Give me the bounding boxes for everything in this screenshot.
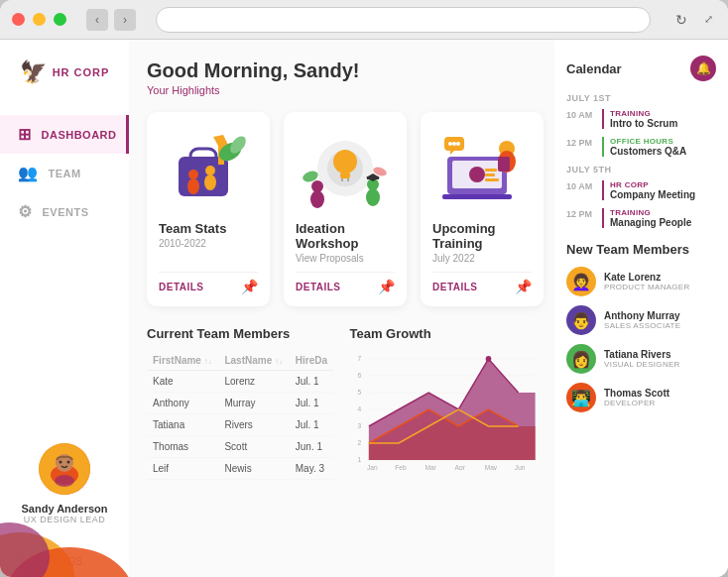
avatar	[39, 443, 90, 495]
event-name: Customers Q&A	[610, 146, 686, 157]
event-type: HR CORP	[610, 180, 695, 189]
svg-text:1: 1	[357, 456, 361, 463]
sort-icon-lastname[interactable]: ↑↓	[275, 357, 283, 366]
event-content: OFFICE HOURSCustomers Q&A	[602, 137, 686, 157]
members-list: 👩‍🦱Kate LorenzPRODUCT MANAGER👨Anthony Mu…	[566, 267, 716, 412]
member-item: 👩Tatiana RiversVISUAL DESIGNER	[566, 344, 716, 374]
main-content: Good Morning, Sandy! Your Highlights	[129, 40, 554, 577]
right-panel: Calendar 🔔 JULY 1ST10 AMTRAININGIntro to…	[554, 40, 728, 577]
col-hiredate: HireDa	[290, 351, 334, 371]
sidebar-item-dashboard[interactable]: ⊞ DASHBOARD	[0, 115, 129, 154]
team-stats-card: Team Stats 2010-2022 DETAILS 📌	[147, 112, 270, 306]
event-name: Intro to Scrum	[610, 118, 677, 129]
user-section: Sandy Anderson UX DESIGN LEAD	[10, 431, 120, 536]
event-content: HR CORPCompany Meeting	[602, 180, 695, 200]
settings-icon: ⚙	[18, 556, 27, 567]
settings-button[interactable]: ⚙ SETTINGS	[0, 546, 129, 577]
card-sub-ideation: View Proposals	[296, 253, 395, 264]
svg-text:May: May	[484, 464, 497, 470]
svg-marker-44	[450, 151, 454, 155]
details-btn-ideation[interactable]: DETAILS	[296, 282, 341, 292]
calendar-date-label: JULY 5TH	[566, 165, 716, 174]
highlight-label: Your Highlights	[147, 84, 537, 96]
member-avatar: 👨‍💻	[566, 383, 596, 412]
event-name: Company Meeting	[610, 189, 695, 200]
member-role: DEVELOPER	[604, 399, 669, 407]
team-label: TEAM	[49, 168, 81, 179]
svg-rect-37	[485, 169, 497, 172]
logo-icon: 🦅	[20, 59, 47, 85]
svg-rect-35	[442, 194, 512, 199]
dashboard-label: DASHBOARD	[42, 129, 117, 141]
sort-icon-firstname[interactable]: ↑↓	[204, 357, 212, 366]
close-button[interactable]	[12, 13, 25, 26]
logo: 🦅 HR CORP	[20, 59, 110, 85]
details-btn-training[interactable]: DETAILS	[432, 282, 478, 292]
event-time: 10 AM	[566, 180, 594, 200]
sidebar-item-team[interactable]: 👥 TEAM	[0, 154, 129, 192]
svg-point-14	[187, 178, 199, 194]
maximize-button[interactable]	[54, 13, 66, 26]
member-role: SALES ASSOCIATE	[604, 321, 680, 330]
member-role: PRODUCT MANAGER	[604, 283, 690, 291]
pin-icon-ideation: 📌	[378, 279, 395, 294]
member-info: Anthony MurraySALES ASSOCIATE	[604, 310, 680, 330]
svg-point-36	[469, 167, 485, 182]
team-table-section: Current Team Members FirstName ↑↓ LastNa…	[147, 326, 334, 480]
col-lastname: LastName ↑↓	[218, 351, 289, 371]
user-name: Sandy Anderson	[22, 503, 108, 515]
address-bar[interactable]	[156, 7, 651, 33]
svg-point-65	[485, 356, 491, 362]
svg-rect-38	[485, 173, 495, 176]
calendar-date-label: JULY 1ST	[566, 93, 716, 103]
table-row: ThomasScottJun. 1	[147, 436, 334, 458]
member-avatar: 👨	[566, 305, 596, 335]
minimize-button[interactable]	[33, 13, 46, 26]
member-avatar: 👩	[566, 344, 596, 374]
svg-rect-39	[485, 178, 499, 181]
event-time: 12 PM	[566, 208, 594, 228]
back-button[interactable]: ‹	[86, 9, 108, 31]
ideation-image	[296, 124, 395, 213]
svg-rect-42	[498, 157, 510, 172]
details-btn-teamstats[interactable]: DETAILS	[159, 282, 204, 292]
table-row: KateLorenzJul. 1	[147, 371, 334, 393]
member-item: 👨‍💻Thomas ScottDEVELOPER	[566, 383, 716, 412]
refresh-button[interactable]: ↻	[670, 9, 692, 31]
app-window: ‹ › ↻ ⤢ 🦅 HR CORP ⊞ DASHBOARD 👥	[0, 0, 728, 577]
card-footer-training: DETAILS 📌	[432, 272, 532, 294]
event-content: TRAININGManaging People	[602, 208, 691, 228]
svg-text:Feb: Feb	[395, 464, 407, 470]
svg-text:4: 4	[357, 405, 361, 412]
calendar-event: 12 PMTRAININGManaging People	[566, 208, 716, 228]
forward-button[interactable]: ›	[114, 9, 136, 31]
member-info: Tatiana RiversVISUAL DESIGNER	[604, 349, 680, 369]
card-sub-training: July 2022	[432, 253, 532, 264]
team-table-title: Current Team Members	[147, 326, 334, 341]
svg-point-45	[448, 142, 452, 146]
greeting-title: Good Morning, Sandy!	[147, 59, 537, 82]
event-type: OFFICE HOURS	[610, 137, 686, 146]
sidebar-item-events[interactable]: ⚙ EVENTS	[0, 192, 129, 231]
svg-text:3: 3	[357, 422, 361, 429]
member-avatar: 👩‍🦱	[566, 267, 596, 296]
svg-point-28	[366, 188, 380, 206]
svg-point-21	[333, 150, 357, 173]
member-name: Tatiana Rivers	[604, 349, 680, 360]
training-image	[432, 124, 532, 213]
pin-icon-teamstats: 📌	[241, 279, 258, 294]
notification-bell[interactable]: 🔔	[690, 56, 716, 81]
event-time: 10 AM	[566, 109, 594, 129]
pin-icon-training: 📌	[515, 279, 532, 294]
svg-text:2: 2	[357, 439, 361, 446]
member-info: Thomas ScottDEVELOPER	[604, 388, 669, 407]
svg-text:Jun: Jun	[514, 464, 525, 470]
growth-section: Team Growth 7 6 5 4 3 2 1	[350, 326, 538, 480]
events-label: EVENTS	[43, 206, 89, 218]
nav-items: ⊞ DASHBOARD 👥 TEAM ⚙ EVENTS	[0, 115, 129, 431]
member-name: Anthony Murray	[604, 310, 680, 321]
svg-text:5: 5	[357, 389, 361, 396]
titlebar: ‹ › ↻ ⤢	[0, 0, 728, 40]
ideation-card: Ideation Workshop View Proposals DETAILS…	[284, 112, 407, 306]
svg-point-15	[205, 166, 215, 175]
